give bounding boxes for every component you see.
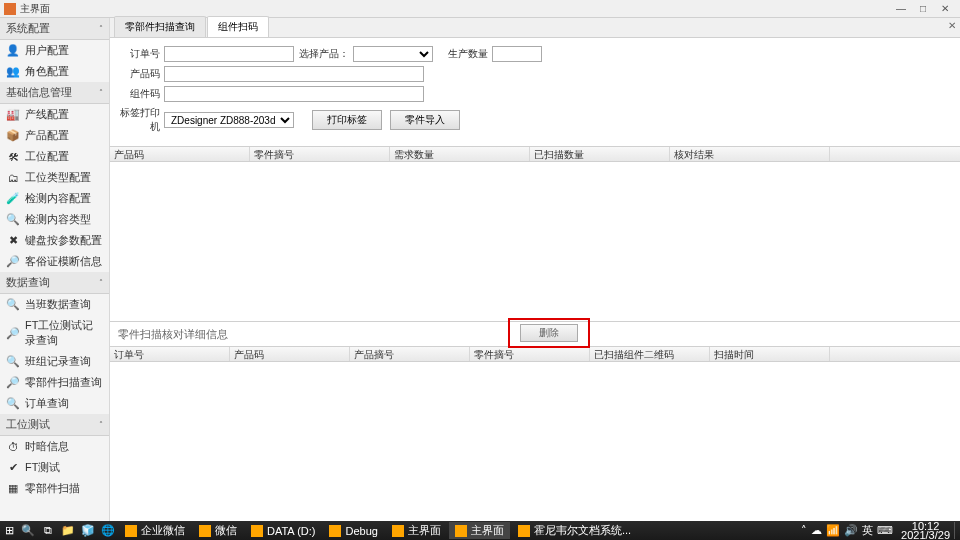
print-label-button[interactable]: 打印标签 <box>312 110 382 130</box>
taskbar-item[interactable]: 企业微信 <box>119 522 191 539</box>
product-code-input[interactable] <box>164 66 424 82</box>
explorer-icon[interactable]: 📁 <box>60 523 76 539</box>
minimize-button[interactable]: — <box>890 2 912 16</box>
taskbar-item[interactable]: DATA (D:) <box>245 522 321 539</box>
sidebar-item-label: 时暗信息 <box>25 439 69 454</box>
sidebar-group-header[interactable]: 基础信息管理˄ <box>0 82 109 104</box>
sidebar-item-icon: 👥 <box>6 65 20 79</box>
table-column-header[interactable]: 扫描时间 <box>710 347 830 361</box>
table-column-header[interactable]: 已扫描数量 <box>530 147 670 161</box>
sidebar-item[interactable]: 🔎客俗证模断信息 <box>0 251 109 272</box>
sidebar-item[interactable]: 🛠工位配置 <box>0 146 109 167</box>
ime-indicator[interactable]: 英 <box>862 523 873 538</box>
sidebar-item[interactable]: 📦产品配置 <box>0 125 109 146</box>
sidebar-item[interactable]: 🔍班组记录查询 <box>0 351 109 372</box>
detail-section-title: 零件扫描核对详细信息 删除 <box>110 321 960 346</box>
close-button[interactable]: ✕ <box>934 2 956 16</box>
table-column-header[interactable]: 产品码 <box>110 147 250 161</box>
edge-icon[interactable]: 🌐 <box>100 523 116 539</box>
order-no-input[interactable] <box>164 46 294 62</box>
tab[interactable]: 组件扫码 <box>207 16 269 37</box>
start-button[interactable]: ⊞ <box>0 522 18 540</box>
tray-chevron-icon[interactable]: ˄ <box>801 524 807 537</box>
order-no-label: 订单号 <box>120 47 160 61</box>
taskbar-clock[interactable]: 10:12 2021/3/29 <box>897 522 954 540</box>
pinned-app-icon[interactable]: 🧊 <box>80 523 96 539</box>
maximize-button[interactable]: □ <box>912 2 934 16</box>
sidebar-item[interactable]: 🗂工位类型配置 <box>0 167 109 188</box>
search-icon[interactable]: 🔍 <box>20 523 36 539</box>
sidebar-item[interactable]: ▦零部件扫描 <box>0 478 109 499</box>
sidebar-item[interactable]: 🔍订单查询 <box>0 393 109 414</box>
sidebar-group-header[interactable]: 工位测试˄ <box>0 414 109 436</box>
label-printer-label: 标签打印机 <box>120 106 160 134</box>
sidebar-item[interactable]: 🧪检测内容配置 <box>0 188 109 209</box>
table-column-header[interactable]: 零件摘号 <box>470 347 590 361</box>
sidebar-item-label: 当班数据查询 <box>25 297 91 312</box>
sidebar-item[interactable]: 👥角色配置 <box>0 61 109 82</box>
system-tray[interactable]: ˄ ☁ 📶 🔊 英 ⌨ <box>797 523 897 538</box>
taskbar: ⊞ 🔍 ⧉ 📁 🧊 🌐 企业微信微信DATA (D:)Debug主界面主界面霍尼… <box>0 521 960 540</box>
show-desktop-button[interactable] <box>954 522 960 539</box>
chevron-up-icon: ˄ <box>99 24 103 33</box>
sidebar-item[interactable]: ✔FT测试 <box>0 457 109 478</box>
sidebar-item[interactable]: ✖键盘按参数配置 <box>0 230 109 251</box>
sidebar-item[interactable]: ⏱时暗信息 <box>0 436 109 457</box>
ime-symbol[interactable]: ⌨ <box>877 524 893 537</box>
table2-header: 订单号产品码产品摘号零件摘号已扫描组件二维码扫描时间 <box>110 346 960 362</box>
task-view-icon[interactable]: ⧉ <box>40 523 56 539</box>
network-icon[interactable]: 📶 <box>826 524 840 537</box>
delete-button-highlight: 删除 <box>508 318 590 348</box>
app-icon <box>4 3 16 15</box>
table1-header: 产品码零件摘号需求数量已扫描数量核对结果 <box>110 146 960 162</box>
taskbar-item[interactable]: 霍尼韦尔文档系统... <box>512 522 637 539</box>
volume-icon[interactable]: 🔊 <box>844 524 858 537</box>
sidebar-group-header[interactable]: 系统配置˄ <box>0 18 109 40</box>
sidebar-item[interactable]: 🔎零部件扫描查询 <box>0 372 109 393</box>
sidebar-item-label: 检测内容类型 <box>25 212 91 227</box>
table-column-header[interactable]: 核对结果 <box>670 147 830 161</box>
sidebar-item[interactable]: 🔍检测内容类型 <box>0 209 109 230</box>
cloud-icon[interactable]: ☁ <box>811 524 822 537</box>
sidebar-item-icon: 🏭 <box>6 108 20 122</box>
component-code-input[interactable] <box>164 86 424 102</box>
sidebar-item[interactable]: 👤用户配置 <box>0 40 109 61</box>
sidebar-item-icon: 🔍 <box>6 397 20 411</box>
sidebar-item-label: 产品配置 <box>25 128 69 143</box>
table-column-header[interactable]: 需求数量 <box>390 147 530 161</box>
label-printer-dropdown[interactable]: ZDesigner ZD888-203dpi ZPL <box>164 112 294 128</box>
sidebar-item-icon: 🧪 <box>6 192 20 206</box>
delete-button[interactable]: 删除 <box>520 324 578 342</box>
table-column-header[interactable]: 订单号 <box>110 347 230 361</box>
taskbar-item-icon <box>199 525 211 537</box>
import-parts-button[interactable]: 零件导入 <box>390 110 460 130</box>
sidebar-item[interactable]: 🔎FT工位测试记录查询 <box>0 315 109 351</box>
sidebar-item-icon: 👤 <box>6 44 20 58</box>
sidebar-item-icon: ▦ <box>6 482 20 496</box>
production-qty-input[interactable] <box>492 46 542 62</box>
select-product-dropdown[interactable] <box>353 46 433 62</box>
taskbar-item-icon <box>251 525 263 537</box>
table-column-header[interactable]: 产品码 <box>230 347 350 361</box>
sidebar-item[interactable]: 🏭产线配置 <box>0 104 109 125</box>
table-column-header[interactable]: 产品摘号 <box>350 347 470 361</box>
taskbar-item[interactable]: 主界面 <box>449 522 510 539</box>
tab[interactable]: 零部件扫描查询 <box>114 16 206 37</box>
table-column-header[interactable]: 零件摘号 <box>250 147 390 161</box>
component-code-label: 组件码 <box>120 87 160 101</box>
sidebar-item-label: 检测内容配置 <box>25 191 91 206</box>
sidebar-item[interactable]: 🔍当班数据查询 <box>0 294 109 315</box>
sidebar-item-icon: 🔍 <box>6 298 20 312</box>
production-qty-label: 生产数量 <box>433 47 488 61</box>
taskbar-item[interactable]: 微信 <box>193 522 243 539</box>
taskbar-item[interactable]: 主界面 <box>386 522 447 539</box>
sidebar-item-label: 用户配置 <box>25 43 69 58</box>
sidebar-group-header[interactable]: 数据查询˄ <box>0 272 109 294</box>
sidebar-item-icon: 🔍 <box>6 213 20 227</box>
sidebar-item-icon: 🗂 <box>6 171 20 185</box>
chevron-up-icon: ˄ <box>99 420 103 429</box>
taskbar-item[interactable]: Debug <box>323 522 383 539</box>
sidebar-item-label: 工位类型配置 <box>25 170 91 185</box>
table-column-header[interactable]: 已扫描组件二维码 <box>590 347 710 361</box>
tab-close-icon[interactable]: ✕ <box>948 20 956 31</box>
